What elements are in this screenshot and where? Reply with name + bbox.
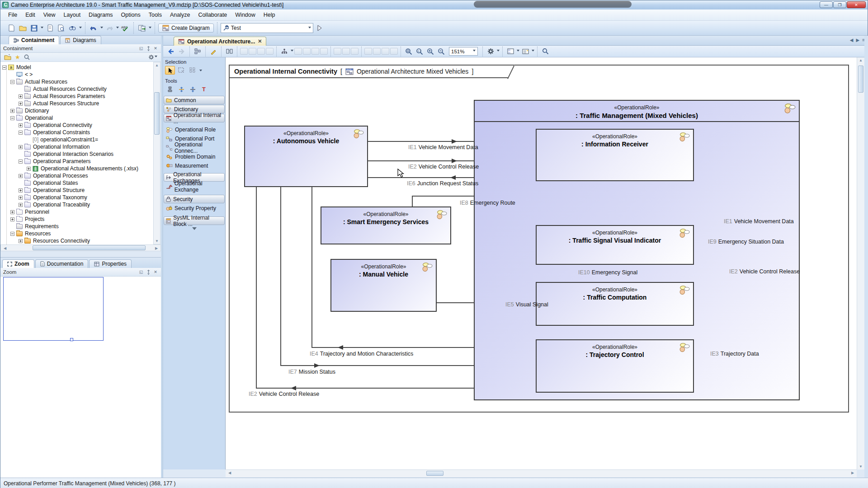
legend-dropdown[interactable] (532, 50, 534, 53)
search-diagram-button[interactable] (540, 47, 550, 56)
transfer-button[interactable] (137, 23, 147, 33)
block-autonomous-vehicle[interactable]: «OperationalRole» : Autonomous Vehicle (244, 126, 368, 187)
create-diagram-button[interactable]: Create Diagram (158, 23, 214, 33)
tree-item[interactable]: Operational Traceability (19, 201, 90, 208)
restore-button[interactable]: ❐ (833, 1, 846, 8)
tree-item[interactable]: Operational States (19, 179, 78, 187)
menu-file[interactable]: File (4, 10, 21, 19)
resize-button[interactable] (364, 48, 372, 55)
selection-dropdown[interactable] (199, 70, 202, 73)
to-front-button[interactable] (342, 48, 350, 55)
forward-button[interactable] (177, 47, 187, 56)
style-button[interactable] (334, 48, 341, 55)
tree-item[interactable]: Operational Parameters (19, 158, 90, 165)
undo-dropdown[interactable] (100, 27, 103, 30)
favorites-icon[interactable]: ★ (15, 54, 20, 61)
diagram-horizontal-scrollbar[interactable]: ◀ ▶ (226, 469, 857, 477)
tree-horizontal-scrollbar[interactable]: ◀ ▶ (0, 244, 161, 251)
paste-button[interactable] (249, 48, 256, 55)
new-project-button[interactable] (6, 23, 16, 33)
perspective-select[interactable]: Test (221, 23, 313, 33)
tree-item[interactable]: Projects (10, 216, 44, 223)
transfer-dropdown[interactable] (149, 27, 151, 30)
to-back-button[interactable] (351, 48, 359, 55)
float-icon[interactable]: ◱ (138, 46, 144, 51)
float-icon[interactable]: ◱ (138, 269, 144, 275)
tree-item[interactable]: Personnel (10, 208, 49, 216)
edge-label-ie10[interactable]: IE10Emergency Signal (578, 269, 637, 276)
layout-option-4[interactable] (320, 48, 328, 55)
fit-in-window-button[interactable] (404, 47, 414, 56)
palette-item-operational-exchange[interactable]: Operational Exchange (163, 182, 225, 191)
tree-item[interactable]: Actual Resources Parameters (19, 93, 105, 100)
edge-segment[interactable] (311, 187, 312, 347)
layout-button[interactable] (279, 47, 289, 56)
find-button[interactable] (67, 23, 77, 33)
spelling-button[interactable]: ABC (120, 23, 130, 33)
show-windows-dropdown[interactable] (517, 50, 519, 53)
tree-vertical-scrollbar[interactable]: ▲ ▼ (153, 62, 160, 244)
open-project-button[interactable] (18, 23, 28, 33)
edge-segment[interactable] (256, 187, 257, 388)
save-button[interactable] (29, 23, 39, 33)
diagram-options-dropdown[interactable] (497, 50, 500, 53)
block-traffic-signal-visual-indicator[interactable]: «OperationalRole» : Traffic Signal Visua… (536, 225, 694, 265)
delete-from-model-button[interactable] (266, 48, 274, 55)
menu-analyze[interactable]: Analyze (166, 10, 194, 19)
zoom-preview-rect[interactable] (3, 277, 104, 341)
tab-diagrams[interactable]: ⇅ Diagrams (60, 36, 101, 44)
zoom-out-button[interactable] (436, 47, 446, 56)
block-traffic-computation[interactable]: «OperationalRole» : Traffic Computation (536, 282, 694, 326)
tab-properties[interactable]: Properties (89, 259, 132, 268)
block-trajectory-control[interactable]: «OperationalRole» : Trajectory Control (536, 339, 694, 393)
edge-label-ie9[interactable]: IE9Emergency Situation Data (708, 239, 784, 245)
close-panel-icon[interactable]: ✕ (153, 269, 158, 275)
marquee-tool[interactable] (176, 66, 186, 75)
tree-item[interactable]: < > (10, 71, 33, 78)
tab-containment[interactable]: Containment (9, 36, 59, 44)
block-smart-emergency-services[interactable]: «OperationalRole» : Smart Emergency Serv… (321, 206, 451, 244)
layout-option-2[interactable] (303, 48, 311, 55)
zoom-in-button[interactable] (425, 47, 435, 56)
zoom-level-select[interactable]: 151% (449, 47, 478, 56)
palette-item-operational-role[interactable]: Operational Role (163, 125, 225, 134)
sticky-tool[interactable] (165, 85, 175, 94)
palette-section-sysml-internal-block[interactable]: SysML Internal Block ... (164, 216, 225, 225)
tree-item[interactable]: Actual Resources Structure (19, 100, 99, 107)
save-dropdown[interactable] (41, 27, 43, 30)
block-information-receiver[interactable]: «OperationalRole» : Information Receiver (536, 129, 694, 181)
diagram-canvas[interactable]: Operational Internal Connectivity [ Op-C… (226, 57, 857, 469)
tree-item[interactable]: Requirements (10, 223, 59, 230)
tree-item[interactable]: Operational Taxonomy (19, 194, 87, 201)
block-manual-vehicle[interactable]: «OperationalRole» : Manual Vehicle (330, 259, 437, 312)
edge-segment[interactable] (412, 196, 413, 206)
edge-label-ie5[interactable]: IE5Visual Signal (505, 301, 548, 308)
palette-section-common[interactable]: Common (164, 96, 225, 104)
multi-select-tool[interactable] (188, 66, 198, 75)
edge-label-ie3[interactable]: IE3Trajectory Data (710, 351, 759, 357)
containment-options[interactable] (148, 54, 157, 60)
tree-item[interactable]: Operational Information (19, 143, 90, 150)
edge-label-ie2-bottom[interactable]: IE2Vehicle Control Release (249, 391, 319, 397)
image-button[interactable] (382, 48, 389, 55)
edge-label-ie1-right[interactable]: IE1Vehicle Movement Data (724, 218, 794, 225)
edge-label-ie4[interactable]: IE4Trajectory and Motion Characteristics (310, 351, 413, 357)
print-preview-button[interactable] (56, 23, 66, 33)
tab-documentation[interactable]: Documentation (35, 259, 89, 268)
palette-section-security[interactable]: Security (164, 195, 225, 203)
edge-label-ie2-right[interactable]: IE2Vehicle Control Release (729, 268, 800, 275)
palette-item-measurement[interactable]: Measurement (163, 161, 225, 170)
refresh-diagram-button[interactable] (224, 47, 234, 56)
close-tab-icon[interactable]: ✕ (258, 38, 262, 44)
vertical-tree-tool[interactable] (176, 85, 186, 94)
menu-help[interactable]: Help (259, 10, 279, 19)
delete-button[interactable] (257, 48, 265, 55)
legend-button[interactable] (520, 47, 530, 56)
edge-label-ie7[interactable]: IE7Mission Status (288, 369, 335, 375)
edit-symbol-button[interactable] (208, 47, 218, 56)
run-button[interactable] (315, 23, 325, 33)
menu-tools[interactable]: Tools (145, 10, 166, 19)
tab-scroll-left-icon[interactable]: ◀ (850, 38, 854, 42)
open-element-icon[interactable] (4, 54, 11, 60)
tree-item[interactable]: [0]operationalConstraint1= (27, 136, 98, 143)
